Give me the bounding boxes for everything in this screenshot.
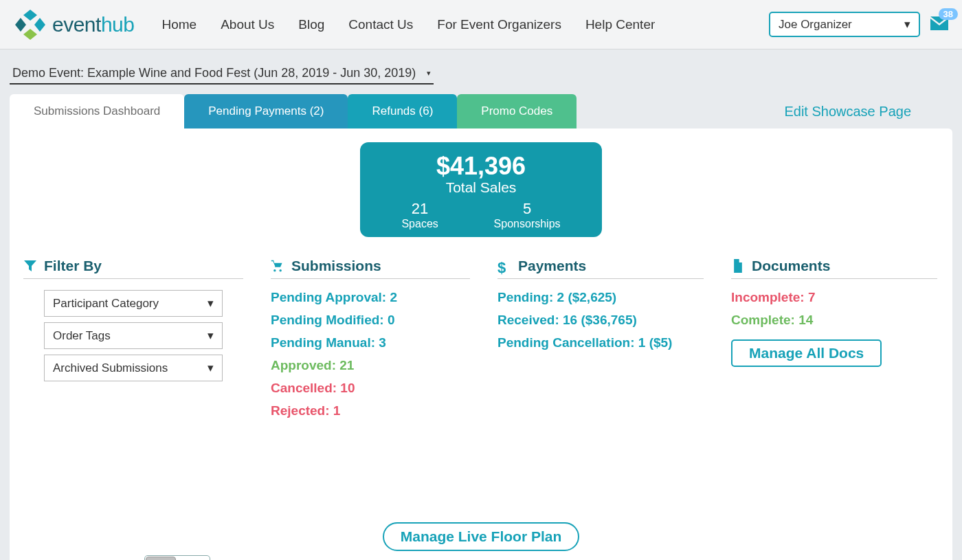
- docs-complete-link[interactable]: Complete: 14: [731, 313, 937, 328]
- totals-box: $41,396 Total Sales 21 Spaces 5 Sponsors…: [360, 142, 602, 237]
- manage-floor-plan-button[interactable]: Manage Live Floor Plan: [383, 522, 580, 551]
- nav-organizers[interactable]: For Event Organizers: [437, 17, 561, 32]
- documents-column: Documents Incomplete: 7 Complete: 14 Man…: [731, 258, 937, 426]
- tab-pending-payments[interactable]: Pending Payments (2): [184, 94, 348, 128]
- tab-refunds[interactable]: Refunds (6): [348, 94, 457, 128]
- archived-submissions-select[interactable]: Archived Submissions▾: [44, 355, 223, 381]
- edit-showcase-link[interactable]: Edit Showcase Page: [784, 94, 911, 128]
- chevron-down-icon: ▾: [208, 328, 214, 343]
- user-name: Joe Organizer: [779, 18, 852, 32]
- tab-submissions-dashboard[interactable]: Submissions Dashboard: [10, 94, 184, 128]
- payments-column: $ Payments Pending: 2 ($2,625) Received:…: [497, 258, 704, 426]
- rejected-link[interactable]: Rejected: 1: [271, 403, 470, 418]
- manage-all-docs-button[interactable]: Manage All Docs: [731, 339, 882, 367]
- payments-pending-link[interactable]: Pending: 2 ($2,625): [497, 290, 704, 305]
- hide-booth-toggle[interactable]: NO: [144, 555, 210, 560]
- nav-blog[interactable]: Blog: [298, 17, 324, 32]
- chevron-down-icon: ▾: [208, 296, 214, 311]
- columns: Filter By Participant Category▾ Order Ta…: [23, 258, 939, 426]
- event-name: Demo Event: Example Wine and Food Fest (…: [12, 66, 416, 80]
- logo[interactable]: eventhub: [14, 8, 134, 41]
- payments-pending-cancel-link[interactable]: Pending Cancellation: 1 ($5): [497, 335, 704, 350]
- mail-button[interactable]: 38: [930, 15, 948, 34]
- dollar-icon: $: [497, 259, 511, 273]
- nav-help[interactable]: Help Center: [585, 17, 655, 32]
- nav-about[interactable]: About Us: [221, 17, 274, 32]
- tabs: Submissions Dashboard Pending Payments (…: [10, 94, 577, 128]
- payments-header: $ Payments: [497, 258, 704, 279]
- sponsorships-count: 5 Sponsorships: [494, 200, 561, 230]
- toggle-knob: [146, 557, 176, 560]
- nav-contact[interactable]: Contact Us: [348, 17, 413, 32]
- filter-header: Filter By: [23, 258, 243, 279]
- mail-count-badge: 38: [939, 8, 958, 20]
- user-dropdown[interactable]: Joe Organizer ▾: [769, 12, 920, 37]
- chevron-down-icon: ▾: [904, 17, 910, 32]
- pending-modified-link[interactable]: Pending Modified: 0: [271, 313, 470, 328]
- main-nav: Home About Us Blog Contact Us For Event …: [161, 17, 769, 32]
- bottom-area: Manage Live Floor Plan Public Floor Plan…: [23, 522, 939, 560]
- order-tags-select[interactable]: Order Tags▾: [44, 322, 223, 349]
- submissions-column: Submissions Pending Approval: 2 Pending …: [271, 258, 470, 426]
- tabs-row: Submissions Dashboard Pending Payments (…: [0, 87, 962, 128]
- documents-header: Documents: [731, 258, 937, 279]
- pending-approval-link[interactable]: Pending Approval: 2: [271, 290, 470, 305]
- payments-received-link[interactable]: Received: 16 ($36,765): [497, 313, 704, 328]
- total-sales-amount: $41,396: [374, 152, 588, 181]
- event-selector[interactable]: Demo Event: Example Wine and Food Fest (…: [10, 63, 434, 85]
- participant-category-select[interactable]: Participant Category▾: [44, 290, 223, 317]
- total-sales-label: Total Sales: [374, 179, 588, 196]
- approved-link[interactable]: Approved: 21: [271, 358, 470, 373]
- chevron-down-icon: ▾: [208, 361, 214, 375]
- dashboard-panel: $41,396 Total Sales 21 Spaces 5 Sponsors…: [10, 128, 952, 560]
- filter-icon: [23, 259, 37, 273]
- cart-icon: [271, 259, 284, 273]
- submissions-header: Submissions: [271, 258, 470, 279]
- cancelled-link[interactable]: Cancelled: 10: [271, 381, 470, 396]
- chevron-down-icon: ▾: [423, 69, 431, 78]
- top-header: eventhub Home About Us Blog Contact Us F…: [0, 0, 962, 49]
- logo-icon: [14, 8, 47, 41]
- spaces-count: 21 Spaces: [401, 200, 438, 230]
- event-row: Demo Event: Example Wine and Food Fest (…: [0, 49, 962, 87]
- filter-column: Filter By Participant Category▾ Order Ta…: [23, 258, 243, 426]
- tab-promo-codes[interactable]: Promo Codes: [457, 94, 577, 128]
- pending-manual-link[interactable]: Pending Manual: 3: [271, 335, 470, 350]
- toggle-state: NO: [177, 556, 210, 560]
- nav-home[interactable]: Home: [161, 17, 197, 32]
- logo-text: eventhub: [52, 13, 134, 36]
- document-icon: [731, 259, 745, 273]
- docs-incomplete-link[interactable]: Incomplete: 7: [731, 290, 937, 305]
